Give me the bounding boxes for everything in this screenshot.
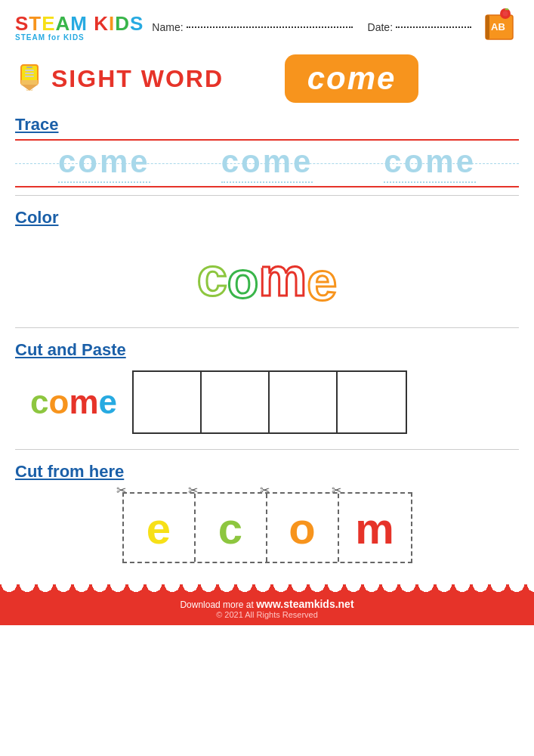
svg-rect-6: [21, 80, 38, 85]
cp-letter-m: m: [69, 383, 98, 420]
cut-cell-e: ✂ e: [124, 494, 196, 562]
cut-from-section: Cut from here ✂ e ✂ c ✂ o ✂ m: [0, 457, 534, 575]
cut-paste-word: come: [30, 383, 117, 421]
color-letter-c: c: [197, 246, 227, 308]
cp-letter-o: o: [48, 383, 69, 420]
cut-paste-label: Cut and Paste: [15, 336, 519, 363]
cut-cell-m: ✂ m: [339, 494, 411, 562]
footer-download-text: Download more at www.steamkids.net: [0, 598, 534, 610]
scissors-icon-1: ✂: [116, 483, 126, 497]
cp-letter-e: e: [99, 383, 117, 420]
color-letter-e: e: [307, 250, 337, 312]
cut-letter-e: e: [147, 503, 171, 553]
trace-container: come come come: [15, 139, 519, 187]
paste-box-3: [270, 372, 338, 432]
cut-dashed-box: ✂ e ✂ c ✂ o ✂ m: [122, 492, 412, 563]
svg-rect-11: [25, 73, 34, 74]
logo-subtitle: STEAM for KIDS: [15, 33, 85, 42]
date-input-line: [396, 26, 471, 28]
sight-word-left: SIGHT WORD: [15, 62, 224, 96]
cut-cell-o: ✂ o: [267, 494, 339, 562]
name-date-row: Name: Date:: [144, 21, 480, 33]
paste-box-2: [202, 372, 270, 432]
cut-paste-content: come: [15, 363, 519, 442]
svg-rect-9: [26, 67, 32, 68]
paste-box-4: [338, 372, 406, 432]
trace-word-1: come: [58, 144, 150, 183]
logo-area: STEAM KIDS STEAM for KIDS: [15, 14, 144, 42]
trace-label: Trace: [0, 110, 534, 138]
divider-2: [15, 327, 519, 328]
color-letter-o: o: [227, 250, 259, 309]
svg-rect-10: [25, 70, 34, 71]
name-label: Name:: [152, 21, 183, 33]
cut-from-label: Cut from here: [15, 457, 519, 485]
cut-letter-m: m: [355, 503, 394, 553]
footer-url: www.steamkids.net: [256, 598, 353, 610]
color-section: Color c o m e: [0, 203, 534, 320]
cut-from-content: ✂ e ✂ c ✂ o ✂ m: [15, 485, 519, 575]
cut-paste-section: Cut and Paste come: [0, 336, 534, 442]
name-line: Name:: [152, 21, 352, 33]
sight-word-title: SIGHT WORD: [51, 65, 224, 93]
divider-1: [15, 195, 519, 196]
date-label: Date:: [368, 21, 393, 33]
paste-box-1: [134, 372, 202, 432]
color-word-display: c o m e: [15, 231, 519, 320]
scissors-icon-2: ✂: [188, 483, 198, 497]
color-label: Color: [15, 203, 519, 231]
scissors-icon-3: ✂: [260, 483, 270, 497]
cp-letter-c: c: [30, 383, 48, 420]
divider-3: [15, 449, 519, 450]
cut-cell-c: ✂ c: [196, 494, 267, 562]
footer-copyright: © 2021 All Rights Reserved: [0, 610, 534, 619]
color-letter-m: m: [258, 246, 307, 308]
svg-marker-7: [21, 85, 38, 91]
scissors-icon-4: ✂: [332, 483, 341, 497]
paste-boxes: [132, 370, 407, 434]
trace-word-2: come: [221, 144, 313, 183]
svg-point-3: [503, 11, 508, 17]
date-line: Date:: [368, 21, 471, 33]
svg-text:AB: AB: [491, 21, 505, 33]
trace-words-row: come come come: [15, 144, 519, 183]
svg-rect-12: [25, 76, 34, 77]
svg-rect-1: [486, 15, 489, 39]
cut-letter-o: o: [289, 503, 315, 553]
abc-book-icon: AB: [480, 8, 519, 47]
sight-word-badge: come: [285, 54, 419, 103]
sight-word-row: SIGHT WORD come: [0, 51, 534, 110]
header: STEAM KIDS STEAM for KIDS Name: Date: AB: [0, 0, 534, 51]
cut-letter-c: c: [218, 503, 242, 553]
footer: Download more at www.steamkids.net © 202…: [0, 590, 534, 625]
pencil-icon: [15, 62, 44, 96]
logo-text: STEAM KIDS: [15, 14, 144, 33]
trace-word-3: come: [384, 144, 476, 183]
name-input-line: [187, 26, 353, 28]
